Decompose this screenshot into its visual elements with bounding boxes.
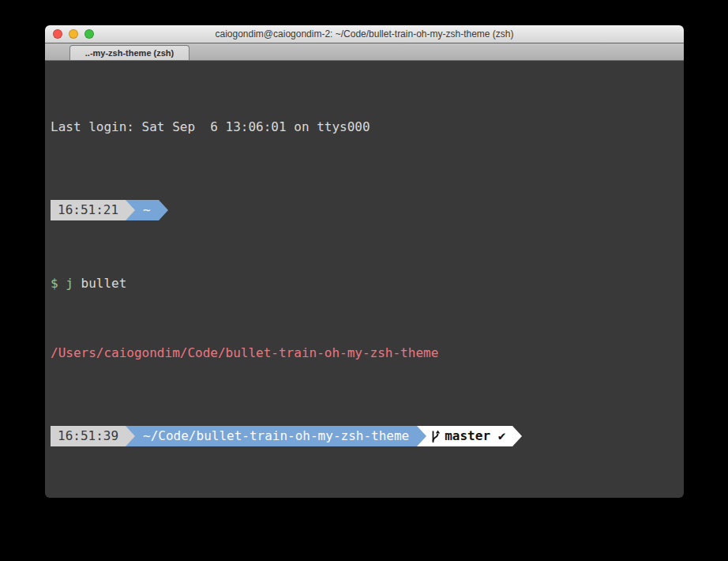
powerline-separator-icon — [159, 200, 168, 220]
window-title: caiogondim@caiogondim-2: ~/Code/bullet-t… — [45, 25, 684, 43]
prompt-git-segment: master ✔ — [426, 426, 512, 446]
close-button[interactable] — [53, 29, 62, 39]
zoom-button[interactable] — [84, 29, 94, 39]
title-bar[interactable]: caiogondim@caiogondim-2: ~/Code/bullet-t… — [45, 25, 684, 43]
powerline-separator-icon — [512, 426, 522, 446]
terminal-window: caiogondim@caiogondim-2: ~/Code/bullet-t… — [45, 25, 684, 498]
prompt-time-segment: 16:51:21 — [51, 200, 126, 220]
powerline-separator-icon — [417, 426, 426, 446]
autojump-output: /Users/caiogondim/Code/bullet-train-oh-m… — [51, 345, 679, 362]
last-login-line: Last login: Sat Sep 6 13:06:01 on ttys00… — [51, 119, 679, 136]
window-controls — [53, 29, 94, 39]
terminal-content[interactable]: Last login: Sat Sep 6 13:06:01 on ttys00… — [45, 61, 684, 498]
prompt-path-segment: ~ — [135, 200, 159, 220]
prompt-time-segment: 16:51:39 — [51, 426, 126, 446]
command-text: j — [58, 276, 73, 291]
tab-bar: ..-my-zsh-theme (zsh) — [45, 43, 684, 61]
git-branch-icon — [430, 430, 441, 443]
tab-zsh[interactable]: ..-my-zsh-theme (zsh) — [69, 45, 190, 60]
minimize-button[interactable] — [69, 29, 78, 39]
prompt-char: $ — [51, 276, 58, 291]
command-args: bullet — [73, 276, 126, 291]
prompt-line-1: 16:51:21 ~ — [51, 200, 679, 220]
powerline-separator-icon — [126, 426, 135, 446]
powerline-separator-icon — [126, 200, 135, 220]
prompt-path-segment: ~/Code/bullet-train-oh-my-zsh-theme — [135, 426, 417, 446]
git-branch-label: master ✔ — [445, 426, 505, 446]
command-line: $ j bullet — [51, 275, 679, 292]
prompt-line-2: 16:51:39 ~/Code/bullet-train-oh-my-zsh-t… — [51, 426, 679, 446]
